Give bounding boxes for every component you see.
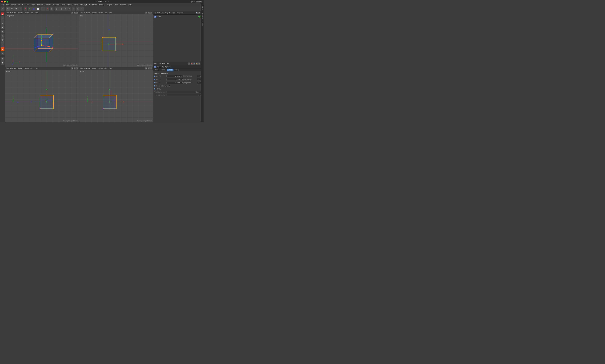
vp-front-icon1[interactable]: ⇔	[145, 67, 147, 69]
menu-create[interactable]: Create	[10, 3, 17, 6]
obj-objects[interactable]: Objects	[165, 12, 170, 14]
vp-view-front[interactable]: View	[80, 67, 83, 69]
right-content[interactable]: Right	[5, 70, 79, 122]
cube-object-item[interactable]: ◻ Cube	[154, 15, 203, 18]
vp-right-icon3[interactable]: ◧	[76, 67, 78, 69]
pointer-tool[interactable]: ↖	[0, 17, 4, 21]
tab-coord[interactable]: Coord.	[160, 69, 167, 71]
vp-right-icon1[interactable]: ⇔	[71, 67, 73, 69]
magnet-button[interactable]: ⊡	[71, 7, 75, 11]
z-axis-button[interactable]: Z	[32, 7, 36, 11]
top-content[interactable]: Top	[79, 14, 153, 67]
menu-simulate[interactable]: Simulate	[44, 3, 52, 6]
vp-top-icon2[interactable]: ⊞	[148, 12, 150, 14]
props-pin-icon[interactable]: 📌	[191, 63, 193, 65]
paint-select-button[interactable]: ⊚	[67, 7, 71, 11]
menu-mesh[interactable]: Mesh	[30, 3, 36, 6]
menu-render[interactable]: Render	[53, 3, 60, 6]
vp-panel-right[interactable]: Panel	[34, 67, 39, 69]
vp-icon2[interactable]: ⊞	[74, 12, 76, 14]
record-button[interactable]: ●	[45, 7, 49, 11]
tab-object[interactable]: Object	[167, 69, 173, 71]
menu-edit[interactable]: Edit	[5, 3, 10, 6]
menu-character[interactable]: Character	[88, 3, 97, 6]
menu-window[interactable]: Window	[119, 3, 127, 6]
object-icon[interactable]: ◻	[0, 34, 4, 38]
vp-top-icon3[interactable]: ◧	[150, 12, 152, 14]
props-lock-icon[interactable]: 🔒	[196, 63, 198, 65]
size-y-input[interactable]: 200 cm ▲▼	[166, 78, 184, 81]
tab-phong[interactable]: Phong	[174, 69, 180, 71]
view-tool[interactable]: 👁	[0, 21, 4, 25]
vp-options-top[interactable]: Options	[97, 12, 103, 13]
menu-select[interactable]: Select	[17, 3, 24, 6]
scale-tool-button[interactable]: ⊕	[10, 7, 14, 11]
viewport-top[interactable]: View Cameras Display Options Filter Pane…	[79, 11, 153, 67]
props-back-icon[interactable]: ←	[188, 63, 190, 65]
vp-filter-top[interactable]: Filter	[104, 12, 108, 13]
props-search-icon[interactable]: 🔍	[193, 63, 195, 65]
viewport-front[interactable]: View Cameras Display Options Filter Pane…	[79, 67, 153, 122]
play-button[interactable]: ▶	[41, 7, 45, 11]
vp-filter-right[interactable]: Filter	[30, 67, 34, 69]
tab-basic[interactable]: Basic	[154, 69, 160, 71]
vp-display-top[interactable]: Display	[91, 12, 97, 13]
minimize-button[interactable]	[4, 1, 6, 2]
obj-view[interactable]: View	[161, 12, 164, 14]
move-tool-button[interactable]: ✥	[6, 7, 10, 11]
vtab-layers[interactable]: Layers	[201, 21, 204, 27]
menu-help[interactable]: Help	[127, 3, 133, 6]
obj-edit[interactable]: Edit	[157, 12, 160, 14]
fillet-checkbox[interactable]	[159, 88, 161, 90]
material-icon[interactable]: ◈	[0, 57, 4, 61]
vp-panel-top[interactable]: Panel	[108, 12, 113, 13]
undo-button[interactable]: ↶	[0, 7, 4, 11]
menu-plugins[interactable]: Plugins	[106, 3, 113, 6]
perspective-content[interactable]: Perspective	[5, 14, 79, 67]
vp-display-front[interactable]: Display	[91, 67, 97, 69]
viewport-right[interactable]: View Cameras Display Options Filter Pane…	[5, 67, 79, 122]
vp-panel-front[interactable]: Panel	[108, 67, 113, 69]
vtab-objects[interactable]: Objects	[201, 4, 204, 11]
vp-front-icon3[interactable]: ◧	[150, 67, 152, 69]
viewport-perspective[interactable]: View Cameras Display Options Filter Pane…	[5, 11, 79, 67]
vp-filter-perspective[interactable]: Filter	[30, 12, 34, 13]
front-content[interactable]: Front	[79, 70, 153, 122]
size-x-input[interactable]: 200 cm ▲▼	[166, 75, 184, 77]
mesh-icon[interactable]: ▣	[0, 38, 4, 42]
vp-icon3[interactable]: ◧	[76, 12, 78, 14]
vp-cameras-right[interactable]: Cameras	[10, 67, 17, 69]
vp-cameras-perspective[interactable]: Cameras	[10, 12, 17, 13]
vp-panel-perspective[interactable]: Panel	[34, 12, 39, 13]
tag-icon[interactable]: ◩	[0, 61, 4, 65]
vp-options-right[interactable]: Options	[23, 67, 29, 69]
point-select-button[interactable]: ◈	[63, 7, 67, 11]
menu-tools[interactable]: Tools	[24, 3, 29, 6]
close-button[interactable]	[1, 1, 3, 2]
fillet-subdiv-input[interactable]: 5 ▲▼	[166, 94, 203, 96]
vp-cameras-front[interactable]: Cameras	[84, 67, 91, 69]
y-axis-button[interactable]: Y	[28, 7, 32, 11]
obj-settings-icon[interactable]: ⚙	[198, 12, 200, 14]
props-mode[interactable]: Mode	[154, 63, 157, 64]
world-coord-button[interactable]: ⬜	[36, 7, 40, 11]
layer-icon[interactable]: ◧	[0, 30, 4, 34]
obj-search-icon[interactable]: 🔍	[196, 12, 198, 14]
vp-view-right[interactable]: View	[6, 67, 10, 69]
vtab-attributes[interactable]: Attributes	[201, 12, 204, 20]
fillet-radius-input[interactable]: 40 cm ▲▼	[166, 91, 203, 93]
vp-options-perspective[interactable]: Options	[23, 12, 29, 13]
obj-tags[interactable]: Tags	[172, 12, 175, 14]
menu-animate[interactable]: Animate	[36, 3, 44, 6]
line-tool[interactable]: ╱	[0, 43, 4, 47]
edge-select-button[interactable]: ◁	[59, 7, 63, 11]
menu-sculpt[interactable]: Sculpt	[60, 3, 66, 6]
menu-pipeline[interactable]: Pipeline	[98, 3, 105, 6]
sep-surfaces-checkbox[interactable]	[169, 85, 170, 87]
menu-motion-tracker[interactable]: Motion Tracker	[67, 3, 79, 6]
size-z-input[interactable]: 200 cm ▲▼	[166, 81, 184, 84]
vp-right-icon2[interactable]: ⊞	[74, 67, 76, 69]
menu-mograph[interactable]: MoGraph	[79, 3, 88, 6]
render-button[interactable]: ▤	[50, 7, 54, 11]
vp-options-front[interactable]: Options	[97, 67, 103, 69]
